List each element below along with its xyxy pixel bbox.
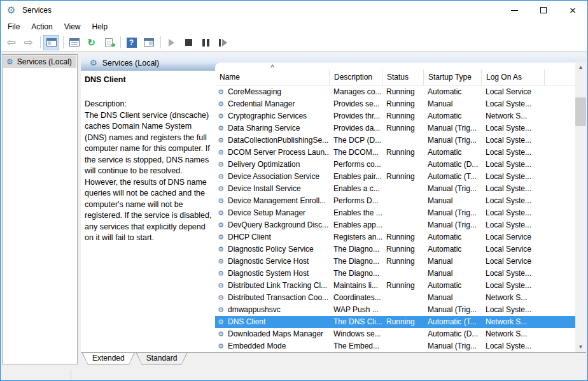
tab-extended[interactable]: Extended [82,353,135,364]
column-header-description[interactable]: Description [330,69,382,85]
table-row[interactable]: ⚙Device Association ServiceEnables pair.… [215,171,576,183]
log-on-as-cell: Local Syste... [482,171,545,183]
description-cell: WAP Push ... [330,304,382,316]
table-row[interactable]: ⚙Credential ManagerProvides se...Running… [215,98,576,110]
table-row[interactable]: ⚙Embedded ModeThe Embed...Manual (Trig..… [215,340,576,352]
status-bar [1,365,587,380]
menu-view[interactable]: View [59,20,87,34]
service-gear-icon: ⚙ [218,110,228,122]
blank-cell [545,98,576,110]
description-cell: Enables the ... [330,207,382,219]
description-cell: The Diagno... [330,243,382,255]
service-name-cell: ⚙DevQuery Background Disc... [215,219,330,231]
table-row[interactable]: ⚙Distributed Link Tracking Cl...Maintain… [215,280,576,292]
table-row[interactable]: ⚙Cryptographic ServicesProvides thr...Ru… [215,110,576,122]
log-on-as-cell: Local Service [482,255,545,268]
properties-button[interactable] [66,35,82,50]
table-row[interactable]: ⚙dmwappushsvcWAP Push ...Manual (Trig...… [215,304,576,316]
forward-button[interactable]: ⇨ [20,35,36,50]
show-console-tree-button[interactable] [43,35,59,50]
service-name-text: Credential Manager [228,98,295,110]
service-gear-icon: ⚙ [218,340,228,352]
log-on-as-cell: Local Service [482,86,545,98]
service-gear-icon: ⚙ [218,219,228,231]
table-row[interactable]: ⚙DHCP ClientRegisters an...RunningAutoma… [215,231,576,243]
refresh-button[interactable]: ↻ [83,35,99,50]
stop-service-button[interactable] [181,35,197,50]
tab-standard[interactable]: Standard [136,353,188,364]
description-cell: Maintains li... [330,280,382,292]
menu-bar: File Action View Help [1,20,587,34]
table-row[interactable]: ⚙DevQuery Background Disc...Enables app.… [215,219,576,231]
tree-item-services-local[interactable]: ⚙ Services (Local) [3,55,76,68]
minimize-button[interactable] [500,1,529,20]
column-header-blank [545,69,576,85]
description-cell: Provides da... [330,122,382,134]
table-row[interactable]: ⚙Distributed Transaction Coo...Coordinat… [215,292,576,304]
services-gear-icon: ⚙ [7,4,15,16]
toolbar: ⇦ ⇨ ↻ ? [1,34,587,52]
export-list-button[interactable] [101,35,116,50]
table-row[interactable]: ⚙Diagnostic Service HostThe Diagno...Run… [215,255,576,268]
pause-service-button[interactable] [198,35,214,50]
back-button[interactable]: ⇦ [3,35,19,50]
scrollbar-thumb[interactable] [575,97,586,126]
table-row[interactable]: ⚙DCOM Server Process Laun...The DCOM...R… [215,147,576,159]
status-cell: Running [382,98,424,110]
menu-file[interactable]: File [2,20,25,34]
stop-service-icon [185,39,192,46]
table-header-row: Name Description Status Startup Type Log… [215,62,576,86]
table-row[interactable]: ⚙Delivery OptimizationPerforms co...Auto… [215,159,576,171]
service-gear-icon: ⚙ [218,195,228,207]
status-cell: Running [382,110,424,122]
blank-cell [545,304,576,316]
service-gear-icon: ⚙ [218,328,228,340]
service-name-cell: ⚙Device Association Service [215,171,330,183]
vertical-scrollbar[interactable]: ▲ ▼ [575,62,586,352]
menu-help[interactable]: Help [87,20,114,34]
startup-type-cell: Manual (Trig... [424,219,482,231]
table-row[interactable]: ⚙DataCollectionPublishingSe...The DCP (D… [215,134,576,147]
column-header-status[interactable]: Status [382,69,424,85]
service-name-text: dmwappushsvc [228,304,281,316]
menu-action[interactable]: Action [25,20,58,34]
status-cell [382,219,424,231]
table-row[interactable]: ⚙Device Setup ManagerEnables the ...Manu… [215,207,576,219]
restart-service-button[interactable] [215,35,231,50]
table-row[interactable]: ⚙Downloaded Maps ManagerWindows se...Aut… [215,328,576,340]
blank-cell [545,183,576,195]
close-button[interactable]: × [558,1,587,20]
column-header-log-on-as[interactable]: Log On As [482,69,545,85]
description-cell: The DCOM... [330,147,382,159]
table-row[interactable]: ⚙CoreMessagingManages co...RunningAutoma… [215,86,576,98]
maximize-button[interactable] [529,1,558,20]
table-row[interactable]: ⚙Data Sharing ServiceProvides da...Runni… [215,122,576,134]
show-action-pane-button[interactable] [141,35,157,50]
table-row[interactable]: ⚙Diagnostic System HostThe Diagno...Manu… [215,268,576,280]
scroll-up-icon[interactable]: ▲ [575,62,586,73]
service-detail-panel: DNS Client Description: The DNS Client s… [81,71,215,352]
table-row[interactable]: ⚙Device Install ServiceEnables a c...Man… [215,183,576,195]
table-row[interactable]: ⚙DNS ClientThe DNS Cli...RunningAutomati… [215,316,576,328]
blank-cell [545,316,576,328]
startup-type-cell: Automatic [424,243,482,255]
close-icon: × [570,5,576,16]
table-row[interactable]: ⚙Device Management Enroll...Performs D..… [215,195,576,207]
description-cell: Provides thr... [330,110,382,122]
table-row[interactable]: ⚙Diagnostic Policy ServiceThe Diagno...R… [215,243,576,255]
start-service-button[interactable] [164,35,179,50]
help-button[interactable]: ? [123,35,139,50]
service-name-text: Distributed Transaction Coo... [228,292,328,304]
status-cell: Running [382,86,424,98]
action-pane-icon [144,38,154,47]
service-name-text: DNS Client [228,316,265,328]
service-name-cell: ⚙Delivery Optimization [215,159,330,171]
blank-cell [545,195,576,207]
log-on-as-cell: Local Syste... [482,219,545,231]
service-name-cell: ⚙Diagnostic System Host [215,268,330,280]
log-on-as-cell: Local Syste... [482,195,545,207]
column-header-startup-type[interactable]: Startup Type [424,69,482,85]
tree-item-label: Services (Local) [17,57,72,66]
scroll-down-icon[interactable]: ▼ [575,341,586,352]
startup-type-cell: Manual [424,268,482,280]
